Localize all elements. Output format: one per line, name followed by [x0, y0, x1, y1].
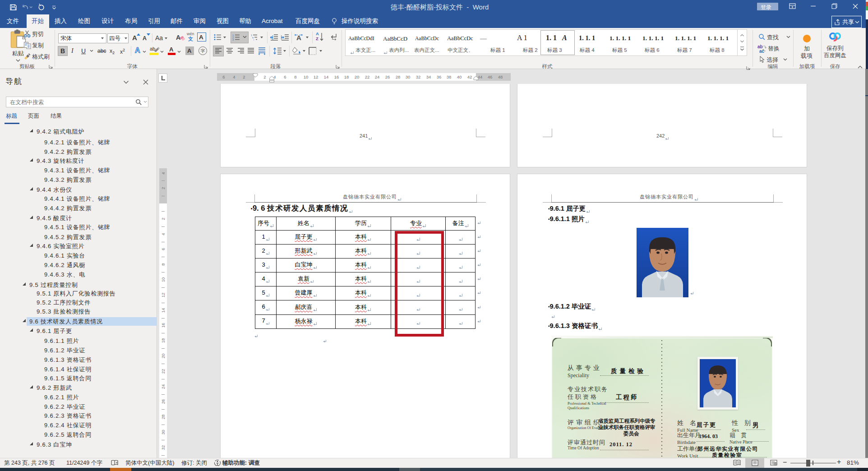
svg-text:i: i: [254, 38, 254, 41]
svg-text:3: 3: [232, 38, 234, 41]
